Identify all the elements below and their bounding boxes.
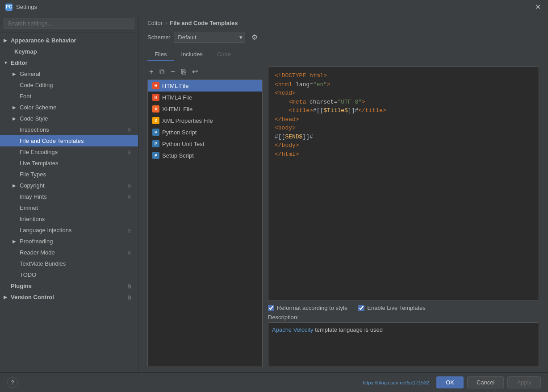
scheme-label: Scheme: <box>147 34 170 41</box>
sidebar-item-copyright[interactable]: ▶ Copyright ⎘ <box>0 180 138 191</box>
bottom-actions: OK Cancel Apply <box>436 376 541 388</box>
file-item-python-unit-test[interactable]: P Python Unit Test <box>148 138 262 150</box>
sidebar-item-inlay-hints[interactable]: ▶ Inlay Hints ⎘ <box>0 191 138 202</box>
description-section: Description: Apache Velocity template la… <box>268 314 539 367</box>
sidebar-item-live-templates[interactable]: ▶ Live Templates <box>0 158 138 169</box>
file-item-label: HTML File <box>162 83 188 89</box>
file-list-panel: + ⧉ − ⎘ ↩ H HTML File H <box>147 67 263 367</box>
sidebar-item-reader-mode[interactable]: ▶ Reader Mode ⎘ <box>0 247 138 258</box>
sidebar-item-label: Keymap <box>14 48 37 55</box>
copy2-button[interactable]: ⎘ <box>180 67 188 77</box>
file-list: H HTML File H HTML4 File X XHTML File <box>147 79 263 367</box>
sidebar-item-color-scheme[interactable]: ▶ Color Scheme <box>0 102 138 113</box>
expand-arrow-icon: ▶ <box>13 183 18 188</box>
sidebar-item-label: File Types <box>20 171 46 178</box>
code-line-4: <meta charset="UTF-8"> <box>275 98 532 107</box>
sidebar-item-label: Font <box>20 93 31 100</box>
sidebar-item-version-control[interactable]: ▶ Version Control ⎘ <box>0 292 138 303</box>
description-label: Description: <box>268 314 539 321</box>
file-item-label: Setup Script <box>162 152 194 159</box>
file-item-xhtml[interactable]: X XHTML File <box>148 103 262 115</box>
live-templates-checkbox-label[interactable]: Enable Live Templates <box>358 304 426 311</box>
sidebar-item-file-and-code-templates[interactable]: ▶ File and Code Templates <box>0 135 138 146</box>
sidebar-item-editor[interactable]: ▼ Editor <box>0 57 138 68</box>
sidebar-item-label: TextMate Bundles <box>20 260 66 267</box>
expand-arrow-icon: ▶ <box>13 71 18 76</box>
search-box <box>0 14 138 33</box>
reformat-checkbox-label[interactable]: Reformat according to style <box>268 304 347 311</box>
settings-window: PC Settings ✕ ▶ Appearance & Behavior ▶ … <box>0 0 548 392</box>
scheme-select-wrapper: Default Project <box>174 32 245 43</box>
sidebar-item-label: Color Scheme <box>20 104 56 111</box>
scheme-select[interactable]: Default Project <box>174 32 245 43</box>
sidebar-item-file-encodings[interactable]: ▶ File Encodings ⎘ <box>0 146 138 158</box>
tab-files[interactable]: Files <box>147 48 174 61</box>
code-line-3: <head> <box>275 89 532 98</box>
description-box: Apache Velocity template language is use… <box>268 322 539 367</box>
sidebar-item-general[interactable]: ▶ General <box>0 68 138 79</box>
copy-icon: ⎘ <box>128 295 131 300</box>
add-button[interactable]: + <box>147 67 155 77</box>
expand-arrow-icon: ▶ <box>13 116 18 121</box>
close-button[interactable]: ✕ <box>533 1 543 13</box>
panel-body: + ⧉ − ⎘ ↩ H HTML File H <box>138 61 548 372</box>
sidebar-item-emmet[interactable]: ▶ Emmet <box>0 202 138 213</box>
sidebar-item-plugins[interactable]: ▶ Plugins ⎘ <box>0 280 138 292</box>
file-item-python-script[interactable]: P Python Script <box>148 126 262 138</box>
sidebar-item-intentions[interactable]: ▶ Intentions <box>0 213 138 225</box>
sidebar-item-code-editing[interactable]: ▶ Code Editing <box>0 79 138 91</box>
remove-button[interactable]: − <box>169 67 176 77</box>
copy-template-button[interactable]: ⧉ <box>158 67 166 77</box>
live-templates-checkbox[interactable] <box>358 305 364 311</box>
gear-button[interactable]: ⚙ <box>249 32 260 42</box>
search-input[interactable] <box>4 18 134 29</box>
sidebar-item-textmate-bundles[interactable]: ▶ TextMate Bundles <box>0 258 138 269</box>
copy-icon: ⎘ <box>128 284 131 289</box>
sidebar-item-code-style[interactable]: ▶ Code Style <box>0 113 138 124</box>
sidebar-item-language-injections[interactable]: ▶ Language Injections ⎘ <box>0 225 138 236</box>
apply-button[interactable]: Apply <box>507 376 541 388</box>
tab-includes[interactable]: Includes <box>174 48 209 61</box>
file-item-setup-script[interactable]: P Setup Script <box>148 150 262 161</box>
apache-velocity-link[interactable]: Apache Velocity <box>272 326 314 333</box>
file-item-html[interactable]: H HTML File <box>148 80 262 92</box>
sidebar-item-label: Language Injections <box>20 227 71 234</box>
sidebar-item-keymap[interactable]: ▶ Keymap <box>0 46 138 57</box>
help-button[interactable]: ? <box>7 377 18 388</box>
code-editor[interactable]: <!DOCTYPE html> <html lang="en"> <head> … <box>268 67 539 301</box>
sidebar-item-label: Inlay Hints <box>20 193 47 200</box>
file-item-label: HTML4 File <box>162 94 192 101</box>
tabs: Files Includes Code <box>138 48 548 61</box>
main-content: ▶ Appearance & Behavior ▶ Keymap ▼ Edito… <box>0 14 548 372</box>
sidebar-item-label: Proofreading <box>20 238 53 245</box>
sidebar-item-appearance[interactable]: ▶ Appearance & Behavior <box>0 35 138 46</box>
sidebar-item-label: Editor <box>11 59 28 66</box>
ok-button[interactable]: OK <box>436 376 464 388</box>
window-title: Settings <box>16 4 533 10</box>
file-item-xml[interactable]: X XML Properties File <box>148 115 262 126</box>
tab-code: Code <box>210 48 238 61</box>
breadcrumb-parent: Editor <box>147 20 163 26</box>
file-list-toolbar: + ⧉ − ⎘ ↩ <box>147 67 263 77</box>
code-line-7: <body> <box>275 124 532 133</box>
setup-file-icon: P <box>152 152 159 159</box>
undo-button[interactable]: ↩ <box>190 67 200 77</box>
sidebar-item-todo[interactable]: ▶ TODO <box>0 269 138 280</box>
sidebar-item-inspections[interactable]: ▶ Inspections ⎘ <box>0 124 138 135</box>
sidebar-item-file-types[interactable]: ▶ File Types <box>0 169 138 180</box>
code-line-2: <html lang="en"> <box>275 80 532 89</box>
reformat-checkbox[interactable] <box>268 305 274 311</box>
expand-arrow-icon: ▶ <box>13 105 18 110</box>
sidebar-item-label: Version Control <box>11 294 54 300</box>
sidebar-item-proofreading[interactable]: ▶ Proofreading <box>0 236 138 247</box>
xhtml-file-icon: X <box>152 105 159 113</box>
reformat-label: Reformat according to style <box>277 304 347 311</box>
copy-icon: ⎘ <box>128 183 131 188</box>
sidebar-item-label: TODO <box>20 271 36 278</box>
live-templates-label: Enable Live Templates <box>367 304 426 311</box>
code-panel: <!DOCTYPE html> <html lang="en"> <head> … <box>268 67 539 367</box>
sidebar-item-font[interactable]: ▶ Font <box>0 91 138 102</box>
titlebar: PC Settings ✕ <box>0 0 548 14</box>
cancel-button[interactable]: Cancel <box>467 376 504 388</box>
file-item-html4[interactable]: H HTML4 File <box>148 92 262 103</box>
